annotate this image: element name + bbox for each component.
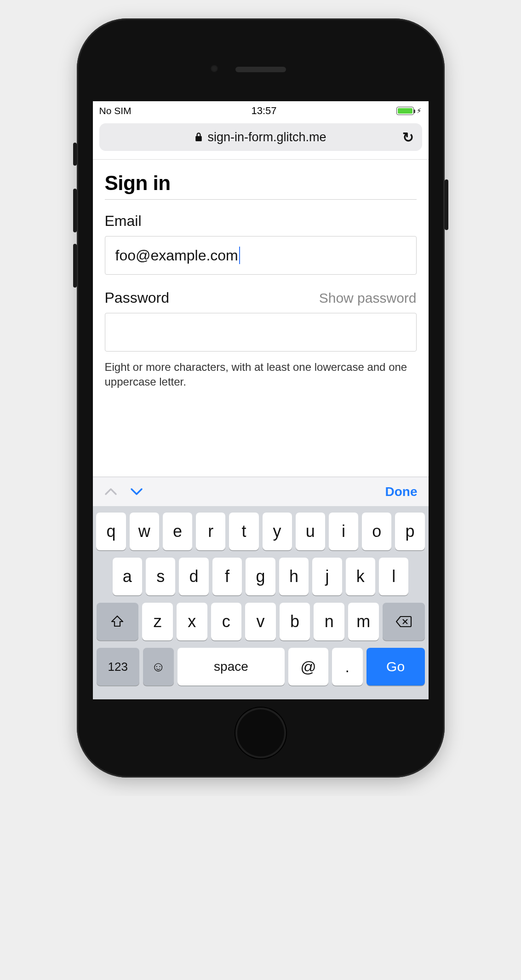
key-h[interactable]: h: [279, 558, 309, 595]
password-help-text: Eight or more characters, with at least …: [105, 360, 417, 390]
keyboard-accessory-bar: Done: [93, 477, 429, 506]
home-button[interactable]: [235, 708, 286, 758]
key-k[interactable]: k: [346, 558, 375, 595]
key-g[interactable]: g: [246, 558, 275, 595]
key-a[interactable]: a: [113, 558, 142, 595]
key-b[interactable]: b: [280, 603, 310, 640]
status-bar: No SIM 13:57 ⚡︎: [93, 101, 429, 121]
keyboard-done-button[interactable]: Done: [385, 484, 418, 499]
charging-icon: ⚡︎: [417, 107, 422, 115]
carrier-label: No SIM: [99, 105, 132, 116]
key-f[interactable]: f: [212, 558, 242, 595]
key-l[interactable]: l: [379, 558, 408, 595]
keyboard-row-2: asdfghjkl: [97, 558, 425, 595]
go-key[interactable]: Go: [366, 648, 425, 686]
key-c[interactable]: c: [211, 603, 242, 640]
dot-key[interactable]: .: [332, 648, 363, 686]
key-r[interactable]: r: [196, 513, 225, 550]
page-content: Sign in Email foo@example.com Password S…: [93, 159, 429, 390]
key-z[interactable]: z: [142, 603, 173, 640]
key-j[interactable]: j: [312, 558, 342, 595]
volume-up-button: [73, 189, 77, 232]
phone-frame: No SIM 13:57 ⚡︎ sign-in-form.glitch.me ↻…: [77, 18, 445, 778]
email-field[interactable]: foo@example.com: [105, 236, 417, 275]
key-w[interactable]: w: [130, 513, 159, 550]
phone-camera: [210, 64, 218, 73]
keyboard-row-4: 123 ☺ space @ . Go: [97, 648, 425, 686]
shift-key[interactable]: [97, 603, 139, 640]
key-e[interactable]: e: [163, 513, 192, 550]
key-v[interactable]: v: [245, 603, 276, 640]
browser-url-bar[interactable]: sign-in-form.glitch.me ↻: [99, 123, 422, 151]
key-i[interactable]: i: [329, 513, 358, 550]
divider: [105, 199, 417, 200]
key-d[interactable]: d: [179, 558, 208, 595]
keyboard-row-1: qwertyuiop: [97, 513, 425, 550]
key-n[interactable]: n: [314, 603, 344, 640]
key-t[interactable]: t: [229, 513, 258, 550]
show-password-toggle[interactable]: Show password: [319, 290, 417, 306]
on-screen-keyboard: qwertyuiop asdfghjkl zxcvbnm 123 ☺ space…: [93, 506, 429, 699]
space-key[interactable]: space: [177, 648, 285, 686]
phone-speaker: [235, 67, 286, 72]
backspace-key[interactable]: [383, 603, 425, 640]
lock-icon: [195, 132, 203, 142]
phone-screen: No SIM 13:57 ⚡︎ sign-in-form.glitch.me ↻…: [93, 101, 429, 699]
key-s[interactable]: s: [146, 558, 175, 595]
password-label: Password: [105, 289, 170, 306]
clock-label: 13:57: [251, 105, 276, 117]
url-text: sign-in-form.glitch.me: [207, 130, 326, 144]
emoji-key[interactable]: ☺: [143, 648, 174, 686]
text-caret: [239, 247, 240, 264]
key-q[interactable]: q: [96, 513, 126, 550]
mute-switch: [73, 143, 77, 166]
key-m[interactable]: m: [348, 603, 379, 640]
key-o[interactable]: o: [362, 513, 391, 550]
key-u[interactable]: u: [296, 513, 325, 550]
keyboard-row-3: zxcvbnm: [97, 603, 425, 640]
prev-field-icon: [104, 487, 118, 497]
power-button: [445, 179, 448, 230]
key-p[interactable]: p: [395, 513, 424, 550]
password-field[interactable]: [105, 313, 417, 352]
battery-icon: [396, 107, 414, 115]
numbers-key[interactable]: 123: [97, 648, 139, 686]
volume-down-button: [73, 244, 77, 288]
email-label: Email: [105, 213, 417, 230]
next-field-icon[interactable]: [130, 487, 143, 497]
reload-icon[interactable]: ↻: [402, 129, 414, 145]
email-value: foo@example.com: [115, 247, 238, 264]
key-y[interactable]: y: [263, 513, 292, 550]
status-right: ⚡︎: [396, 107, 422, 115]
key-x[interactable]: x: [177, 603, 207, 640]
at-key[interactable]: @: [288, 648, 328, 686]
page-title: Sign in: [105, 172, 417, 195]
